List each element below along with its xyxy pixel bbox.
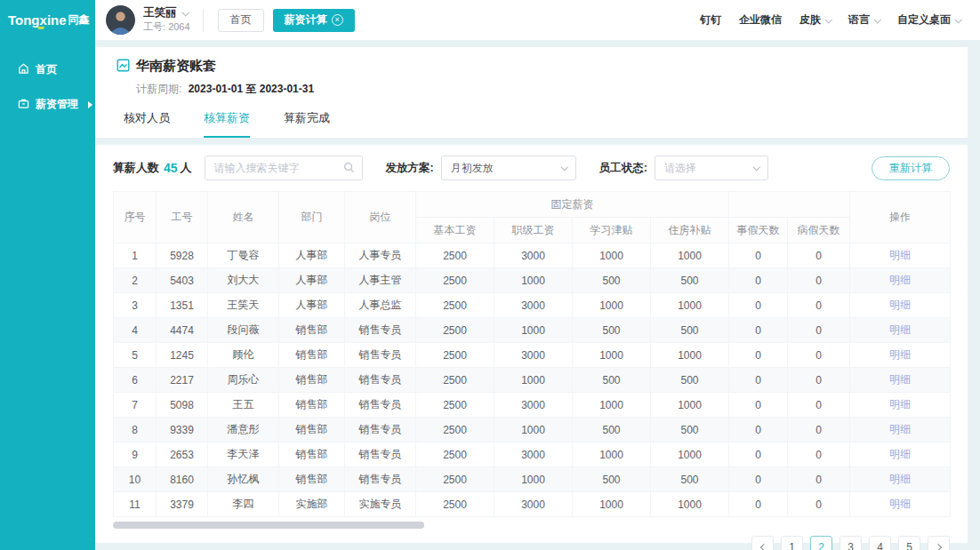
table-cell: 销售专员 <box>345 393 416 418</box>
detail-link[interactable]: 明细 <box>889 448 911 460</box>
tab-calc-salary[interactable]: 核算薪资 <box>204 110 250 138</box>
sidebar-item-payroll[interactable]: 薪资管理 <box>0 87 95 122</box>
table-cell: 5403 <box>157 268 208 293</box>
table-cell: 段问薇 <box>208 318 279 343</box>
table-cell: 9 <box>114 442 157 467</box>
detail-link[interactable]: 明细 <box>889 373 911 386</box>
chevron-down-icon <box>954 16 961 23</box>
user-menu[interactable]: 王笑丽 <box>143 6 190 20</box>
table-cell: 3 <box>114 293 157 318</box>
detail-link[interactable]: 明细 <box>889 274 911 286</box>
action-cell: 明细 <box>850 268 951 293</box>
table-cell: 实施专员 <box>345 492 416 517</box>
table-cell: 3000 <box>494 293 573 318</box>
col-header-emp-no: 工号 <box>157 192 208 243</box>
brand-logo: Tongxine 同鑫 <box>0 0 95 40</box>
table-cell: 500 <box>573 318 651 343</box>
table-cell: 1000 <box>573 293 651 318</box>
nav-tab-salary-calc[interactable]: 薪资计算 × <box>273 9 355 32</box>
table-cell: 5098 <box>157 393 208 418</box>
filter-bar: 算薪人数 45 人 发放方案: 月初发放 <box>113 155 950 180</box>
plan-select[interactable]: 月初发放 <box>441 155 576 180</box>
table-cell: 0 <box>729 293 788 318</box>
table-cell: 4 <box>114 318 157 343</box>
link-language[interactable]: 语言 <box>848 12 880 28</box>
table-cell: 丁曼容 <box>208 243 279 268</box>
user-avatar[interactable] <box>106 5 135 35</box>
table-cell: 人事专员 <box>345 243 416 268</box>
action-cell: 明细 <box>850 343 951 368</box>
table-cell: 6 <box>114 368 157 393</box>
detail-link[interactable]: 明细 <box>889 323 911 336</box>
table-cell: 0 <box>729 418 788 442</box>
action-cell: 明细 <box>850 393 951 418</box>
table-cell: 2500 <box>416 467 494 492</box>
tab-calc-done[interactable]: 算薪完成 <box>284 110 330 138</box>
table-cell: 2217 <box>157 368 208 393</box>
table-cell: 0 <box>788 318 850 343</box>
count-label: 算薪人数 <box>113 160 159 176</box>
close-icon[interactable]: × <box>332 14 343 26</box>
detail-link[interactable]: 明细 <box>889 299 911 311</box>
table-row: 75098王五销售部销售专员250030001000100000明细 <box>114 393 951 418</box>
prev-page-button[interactable] <box>751 536 774 550</box>
table-cell: 0 <box>788 368 850 393</box>
page-button-3[interactable]: 3 <box>839 536 862 550</box>
table-row: 92653李天泽销售部销售专员250030001000100000明细 <box>114 442 951 467</box>
page-button-1[interactable]: 1 <box>781 536 803 550</box>
sidebar-item-home[interactable]: 首页 <box>0 52 95 87</box>
detail-link[interactable]: 明细 <box>889 423 911 435</box>
table-cell: 销售部 <box>279 343 345 368</box>
count-unit: 人 <box>181 160 192 176</box>
table-cell: 7 <box>114 393 157 418</box>
table-cell: 0 <box>729 467 788 492</box>
page-button-2[interactable]: 2 <box>810 536 832 550</box>
tab-check-staff[interactable]: 核对人员 <box>124 110 170 138</box>
link-wecom[interactable]: 企业微信 <box>739 12 782 28</box>
page-button-5[interactable]: 5 <box>898 536 920 550</box>
caret-right-icon <box>88 101 92 108</box>
table-cell: 0 <box>788 343 850 368</box>
table-cell: 人事总监 <box>345 293 416 318</box>
table-cell: 3000 <box>494 442 573 467</box>
search-input[interactable] <box>205 155 363 180</box>
chevron-right-icon <box>934 543 941 550</box>
table-body: 15928丁曼容人事部人事专员250030001000100000明细25403… <box>114 243 951 517</box>
link-custom-desktop[interactable]: 自定义桌面 <box>897 12 960 28</box>
recalculate-button[interactable]: 重新计算 <box>872 156 950 180</box>
detail-link[interactable]: 明细 <box>889 348 911 361</box>
scrollbar-thumb[interactable] <box>113 522 424 529</box>
table-cell: 10 <box>114 467 157 492</box>
table-cell: 1000 <box>651 442 729 467</box>
table-cell: 1000 <box>651 343 729 368</box>
table-cell: 0 <box>729 343 788 368</box>
detail-link[interactable]: 明细 <box>889 398 911 411</box>
status-select[interactable]: 请选择 <box>655 155 768 180</box>
table-cell: 0 <box>729 442 788 467</box>
table-cell: 销售部 <box>279 442 345 467</box>
table-cell: 实施部 <box>279 492 345 517</box>
detail-link[interactable]: 明细 <box>889 498 911 510</box>
nav-tab-home[interactable]: 首页 <box>218 9 264 32</box>
action-cell: 明细 <box>850 492 951 517</box>
table-cell: 1000 <box>573 393 651 418</box>
table-cell: 0 <box>729 318 788 343</box>
sidebar-item-label: 薪资管理 <box>36 97 78 112</box>
action-cell: 明细 <box>850 318 951 343</box>
table-cell: 1000 <box>651 393 729 418</box>
table-cell: 3000 <box>494 243 573 268</box>
table-row: 15928丁曼容人事部人事专员250030001000100000明细 <box>114 243 951 268</box>
sidebar-item-label: 首页 <box>36 62 57 77</box>
detail-link[interactable]: 明细 <box>889 473 911 485</box>
table-cell: 0 <box>788 243 850 268</box>
next-page-button[interactable] <box>928 536 950 550</box>
page-button-4[interactable]: 4 <box>869 536 891 550</box>
action-cell: 明细 <box>850 293 951 318</box>
topbar-links: 钉钉 企业微信 皮肤 语言 自定义桌面 <box>700 12 960 28</box>
link-skin[interactable]: 皮肤 <box>799 12 831 28</box>
table-cell: 销售专员 <box>345 343 416 368</box>
col-header-sick-leave: 病假天数 <box>788 218 850 243</box>
detail-link[interactable]: 明细 <box>889 249 911 261</box>
link-dingtalk[interactable]: 钉钉 <box>700 12 721 28</box>
col-header-index: 序号 <box>114 192 157 243</box>
